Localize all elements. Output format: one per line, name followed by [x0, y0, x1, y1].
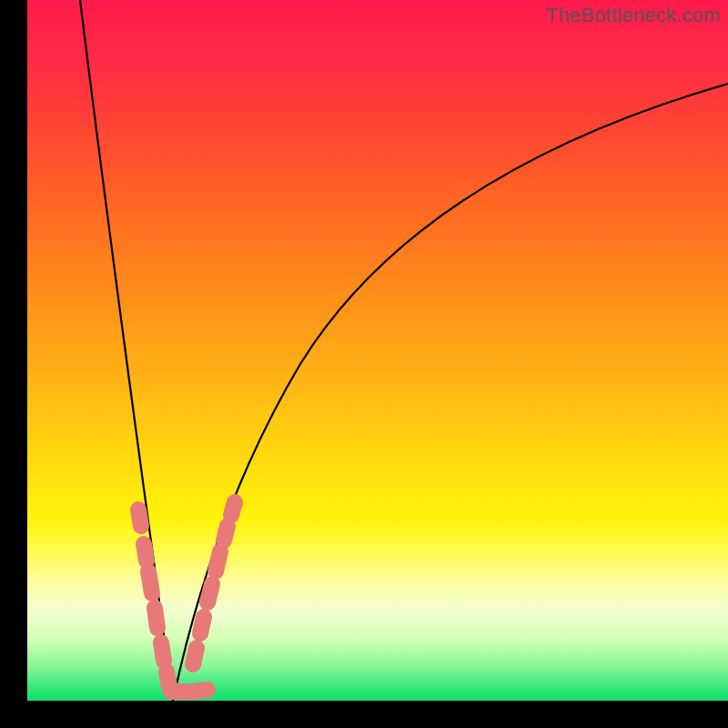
watermark-text: TheBottleneck.com [546, 4, 721, 27]
curve-layer [27, 0, 728, 701]
svg-line-13 [231, 502, 235, 515]
right-branch-curve [173, 84, 728, 701]
svg-line-0 [138, 510, 141, 526]
svg-line-4 [161, 642, 164, 661]
svg-line-7 [193, 690, 207, 692]
svg-line-11 [216, 551, 220, 571]
svg-line-1 [144, 544, 147, 561]
svg-line-3 [155, 608, 157, 628]
chart-frame: TheBottleneck.com [0, 0, 728, 728]
svg-line-10 [207, 584, 212, 602]
plot-area: TheBottleneck.com [27, 0, 728, 701]
svg-line-8 [193, 648, 197, 664]
svg-line-2 [148, 571, 152, 593]
svg-line-12 [224, 526, 228, 541]
svg-line-9 [200, 617, 204, 633]
marker-cluster [138, 502, 235, 692]
